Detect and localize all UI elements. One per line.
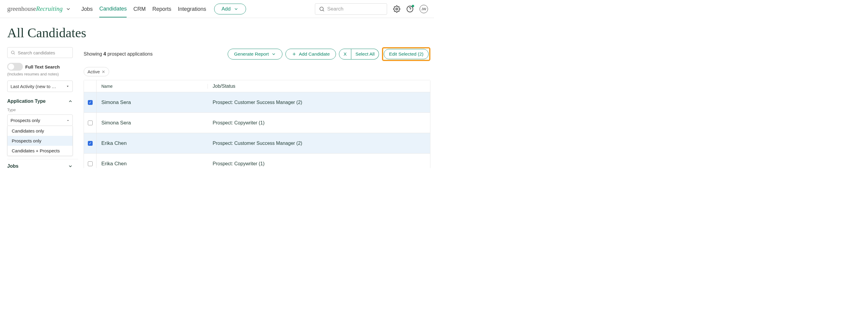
logo-text-1: greenhouse bbox=[7, 5, 36, 12]
row-checkbox[interactable] bbox=[88, 100, 93, 105]
row-checkbox[interactable] bbox=[88, 161, 93, 166]
gear-icon[interactable] bbox=[393, 5, 400, 12]
table-row[interactable]: Erika ChenProspect: Customer Success Man… bbox=[84, 133, 430, 154]
full-text-search-subtext: (Includes resumes and notes) bbox=[7, 72, 78, 76]
edit-selected-highlight: Edit Selected (2) bbox=[382, 47, 430, 61]
application-type-label: Application Type bbox=[7, 99, 46, 104]
row-name: Simona Sera bbox=[97, 99, 208, 105]
type-label: Type bbox=[7, 108, 78, 112]
chevron-down-icon bbox=[271, 52, 276, 57]
add-button-label: Add bbox=[222, 6, 231, 12]
page-body: Full Text Search (Includes resumes and n… bbox=[0, 47, 434, 168]
caret-down-icon bbox=[66, 85, 69, 88]
row-name: Erika Chen bbox=[97, 140, 208, 146]
candidate-search-input[interactable] bbox=[18, 50, 69, 55]
row-checkbox-cell bbox=[84, 92, 97, 112]
table-row[interactable]: Simona SeraProspect: Customer Success Ma… bbox=[84, 92, 430, 113]
application-type-filter: Application Type Type Prospects only Can… bbox=[7, 99, 78, 126]
showing-post: prospect applications bbox=[106, 52, 153, 57]
edit-selected-label: Edit Selected (2) bbox=[389, 52, 424, 57]
svg-point-0 bbox=[320, 7, 323, 10]
full-text-search-label: Full Text Search bbox=[25, 64, 60, 69]
user-avatar[interactable]: JW bbox=[420, 5, 428, 13]
application-type-header[interactable]: Application Type bbox=[7, 99, 78, 104]
filter-sidebar: Full Text Search (Includes resumes and n… bbox=[0, 47, 78, 168]
table-row[interactable]: Erika ChenProspect: Copywriter (1) bbox=[84, 154, 430, 168]
nav-jobs[interactable]: Jobs bbox=[81, 1, 93, 17]
jobs-filter-header[interactable]: Jobs bbox=[7, 159, 78, 168]
plus-icon bbox=[292, 52, 297, 57]
type-select-value: Prospects only bbox=[10, 118, 40, 123]
row-checkbox-cell bbox=[84, 133, 97, 153]
jobs-filter-label: Jobs bbox=[7, 164, 18, 168]
top-navbar: greenhouse Recruiting Jobs Candidates CR… bbox=[0, 0, 434, 18]
type-select-trigger[interactable]: Prospects only bbox=[7, 114, 73, 126]
nav-reports[interactable]: Reports bbox=[152, 1, 171, 17]
svg-line-6 bbox=[14, 54, 15, 55]
chevron-down-icon[interactable] bbox=[66, 6, 71, 12]
help-icon[interactable] bbox=[406, 5, 413, 12]
add-button[interactable]: Add bbox=[214, 4, 246, 14]
add-candidate-button[interactable]: Add Candidate bbox=[285, 49, 336, 60]
header-checkbox-cell bbox=[84, 80, 97, 92]
search-icon bbox=[319, 6, 325, 12]
filter-chip-label: Active bbox=[88, 69, 100, 74]
row-checkbox-cell bbox=[84, 154, 97, 168]
notification-dot bbox=[412, 5, 414, 7]
select-all-button[interactable]: Select All bbox=[351, 49, 379, 60]
type-select-menu: Candidates only Prospects only Candidate… bbox=[7, 126, 73, 156]
svg-point-5 bbox=[11, 51, 14, 54]
nav-candidates[interactable]: Candidates bbox=[99, 0, 127, 18]
sort-select-value: Last Activity (new to … bbox=[10, 84, 66, 89]
toolbar-buttons: Generate Report Add Candidate X Select A… bbox=[228, 47, 430, 61]
row-checkbox[interactable] bbox=[88, 121, 93, 125]
type-option-prospects-only[interactable]: Prospects only bbox=[7, 136, 72, 146]
results-count: Showing 4 prospect applications bbox=[84, 52, 153, 57]
type-option-both[interactable]: Candidates + Prospects bbox=[7, 146, 72, 156]
topbar-right: JW bbox=[315, 3, 428, 15]
filter-chip-active: Active ✕ bbox=[84, 67, 109, 76]
page-title: All Candidates bbox=[7, 25, 434, 41]
candidates-table: Name Job/Status Simona SeraProspect: Cus… bbox=[84, 80, 430, 168]
caret-up-icon bbox=[66, 119, 69, 122]
nav-integrations[interactable]: Integrations bbox=[178, 1, 206, 17]
row-checkbox[interactable] bbox=[88, 141, 93, 146]
row-status: Prospect: Copywriter (1) bbox=[208, 161, 430, 167]
avatar-initials: JW bbox=[422, 7, 426, 11]
row-checkbox-cell bbox=[84, 113, 97, 133]
bulk-select-group: X Select All bbox=[339, 49, 379, 60]
close-icon[interactable]: ✕ bbox=[102, 69, 105, 74]
product-logo[interactable]: greenhouse Recruiting bbox=[7, 5, 71, 12]
toolbar: Showing 4 prospect applications Generate… bbox=[84, 47, 430, 61]
full-text-search-toggle[interactable] bbox=[7, 63, 23, 71]
type-option-candidates-only[interactable]: Candidates only bbox=[7, 126, 72, 136]
generate-report-button[interactable]: Generate Report bbox=[228, 49, 282, 60]
row-status: Prospect: Copywriter (1) bbox=[208, 120, 430, 126]
row-name: Erika Chen bbox=[97, 161, 208, 167]
row-status: Prospect: Customer Success Manager (2) bbox=[208, 100, 430, 105]
candidate-search[interactable] bbox=[7, 47, 73, 58]
primary-nav: Jobs Candidates CRM Reports Integrations bbox=[81, 0, 206, 18]
edit-selected-button[interactable]: Edit Selected (2) bbox=[384, 49, 429, 59]
chevron-down-icon bbox=[68, 164, 73, 168]
global-search[interactable] bbox=[315, 3, 387, 15]
sort-select[interactable]: Last Activity (new to … bbox=[7, 80, 73, 92]
table-header: Name Job/Status bbox=[84, 80, 430, 92]
generate-report-label: Generate Report bbox=[234, 52, 269, 57]
table-row[interactable]: Simona SeraProspect: Copywriter (1) bbox=[84, 113, 430, 133]
nav-crm[interactable]: CRM bbox=[133, 1, 146, 17]
row-name: Simona Sera bbox=[97, 120, 208, 126]
bulk-clear-button[interactable]: X bbox=[339, 49, 351, 60]
logo-text-2: Recruiting bbox=[36, 5, 63, 12]
search-icon bbox=[10, 50, 16, 55]
full-text-search-row: Full Text Search bbox=[7, 63, 78, 71]
main-content: Showing 4 prospect applications Generate… bbox=[78, 47, 434, 168]
svg-marker-8 bbox=[67, 120, 69, 121]
add-candidate-label: Add Candidate bbox=[299, 52, 330, 57]
type-select: Prospects only Candidates only Prospects… bbox=[7, 114, 73, 126]
showing-pre: Showing bbox=[84, 52, 103, 57]
svg-point-2 bbox=[396, 8, 398, 10]
header-status: Job/Status bbox=[208, 83, 430, 89]
global-search-input[interactable] bbox=[327, 6, 383, 12]
chevron-down-icon bbox=[234, 7, 239, 11]
